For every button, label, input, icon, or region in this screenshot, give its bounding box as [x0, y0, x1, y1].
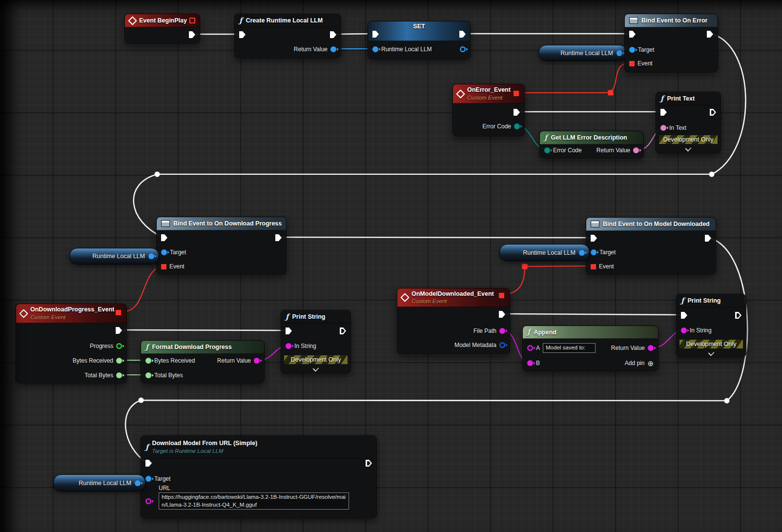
- expand-chevron-icon[interactable]: [708, 350, 715, 356]
- exec-in-pin[interactable]: [660, 109, 667, 116]
- expand-chevron-icon[interactable]: [685, 145, 692, 152]
- target-pin[interactable]: [161, 249, 167, 255]
- node-print-string[interactable]: ƒ Print String In String Development Onl…: [281, 310, 351, 373]
- total-bytes-pin[interactable]: [116, 372, 122, 378]
- variable-out-pin[interactable]: [617, 50, 622, 56]
- node-set-runtime-local-llm[interactable]: SET Runtime Local LLM: [368, 21, 471, 59]
- node-append[interactable]: ƒ Append A Model saved to: Return Value …: [522, 326, 659, 371]
- exec-out-pin[interactable]: [330, 31, 336, 38]
- variable-out-pin[interactable]: [579, 250, 585, 256]
- variable-out-pin[interactable]: [460, 46, 466, 52]
- target-pin[interactable]: [629, 47, 635, 53]
- node-ondownloadprogress-event[interactable]: OnDownloadProgress_Event Custom Event Pr…: [16, 304, 127, 383]
- url-pin[interactable]: [145, 498, 151, 504]
- exec-out-pin[interactable]: [459, 31, 466, 38]
- exec-out-pin[interactable]: [514, 109, 520, 116]
- wire-delegate-onmodel[interactable]: [504, 266, 592, 295]
- wire-exec-ondownload-printstring[interactable]: [121, 330, 287, 330]
- in-string-pin[interactable]: [681, 327, 687, 333]
- exec-reroute-node[interactable]: [709, 172, 715, 177]
- exec-reroute-node[interactable]: [139, 398, 144, 403]
- bytes-received-pin[interactable]: [116, 358, 122, 364]
- event-delegate-pin[interactable]: [591, 264, 596, 269]
- node-event-beginplay[interactable]: Event BeginPlay: [124, 14, 200, 43]
- node-onerror-event[interactable]: OnError_Event Custom Event Error Code: [453, 84, 525, 136]
- in-text-pin[interactable]: [660, 125, 666, 131]
- node-get-llm-error-description[interactable]: ƒ Get LLM Error Description Error Code R…: [539, 131, 644, 158]
- append-a-input[interactable]: Model saved to:: [543, 343, 596, 353]
- delegate-reroute-node[interactable]: [522, 264, 528, 269]
- delegate-out-pin[interactable]: [116, 310, 121, 315]
- error-code-pin[interactable]: [514, 123, 520, 129]
- file-path-pin[interactable]: [499, 328, 505, 334]
- in-string-pin[interactable]: [286, 343, 291, 349]
- bytes-received-pin[interactable]: [145, 358, 151, 364]
- variable-out-pin[interactable]: [148, 253, 154, 259]
- return-value-pin[interactable]: [330, 46, 336, 52]
- variable-getter-runtime-local-llm[interactable]: Runtime Local LLM: [69, 248, 159, 265]
- wire-exec-binddownload-bindmodel[interactable]: [280, 237, 592, 238]
- append-a-pin[interactable]: [527, 345, 533, 351]
- exec-in-pin[interactable]: [239, 31, 246, 38]
- exec-out-pin[interactable]: [340, 327, 346, 334]
- add-pin-button[interactable]: ⊕ Add pin: [625, 359, 654, 368]
- node-bind-event-to-on-error[interactable]: Bind Event to On Error Target Event: [624, 14, 718, 72]
- return-value-pin[interactable]: [254, 358, 260, 364]
- total-bytes-pin[interactable]: [145, 372, 151, 378]
- exec-in-pin[interactable]: [681, 312, 687, 319]
- pin-label: Return Value: [597, 147, 630, 154]
- delegate-reroute-node[interactable]: [608, 90, 614, 96]
- exec-out-pin[interactable]: [366, 460, 372, 467]
- node-bind-event-to-on-download-progress[interactable]: Bind Event to On Download Progress Targe…: [156, 217, 287, 274]
- variable-in-pin[interactable]: [372, 46, 378, 52]
- return-value-pin[interactable]: [633, 147, 639, 153]
- delegate-out-pin[interactable]: [499, 293, 504, 298]
- append-b-pin[interactable]: [527, 360, 533, 366]
- blueprint-graph[interactable]: Event BeginPlay ƒ Create Runtime Local L…: [0, 0, 782, 532]
- node-print-text[interactable]: ƒ Print Text In Text Development Only: [656, 92, 721, 153]
- variable-out-pin[interactable]: [135, 480, 141, 486]
- node-onmodeldownloaded-event[interactable]: OnModelDownloaded_Event Custom Event Fil…: [397, 288, 510, 354]
- delegate-output-icon[interactable]: [189, 18, 195, 23]
- exec-out-pin[interactable]: [189, 31, 195, 38]
- wire-exec-onmodel-printstring[interactable]: [504, 314, 682, 315]
- node-print-string[interactable]: ƒ Print String In String Development Onl…: [676, 294, 746, 357]
- node-create-runtime-local-llm[interactable]: ƒ Create Runtime Local LLM Return Value: [234, 14, 341, 58]
- exec-reroute-node[interactable]: [155, 172, 160, 177]
- node-header: ƒ Print String: [281, 310, 350, 324]
- exec-in-pin[interactable]: [286, 327, 292, 334]
- exec-in-pin[interactable]: [145, 460, 152, 467]
- url-input[interactable]: https://huggingface.co/bartowski/Llama-3…: [159, 492, 349, 510]
- error-code-pin[interactable]: [544, 147, 550, 153]
- progress-pin[interactable]: [116, 343, 122, 349]
- exec-out-pin[interactable]: [707, 31, 713, 38]
- event-delegate-pin[interactable]: [629, 61, 635, 66]
- add-pin-icon[interactable]: ⊕: [647, 360, 654, 367]
- exec-out-pin[interactable]: [275, 234, 282, 241]
- exec-in-pin[interactable]: [161, 234, 167, 241]
- wire-delegate-ondownload[interactable]: [121, 266, 162, 312]
- exec-out-pin[interactable]: [735, 312, 741, 319]
- delegate-out-pin[interactable]: [514, 91, 519, 96]
- exec-out-pin[interactable]: [499, 311, 505, 318]
- exec-in-pin[interactable]: [372, 31, 379, 38]
- return-value-pin[interactable]: [648, 345, 654, 351]
- exec-in-pin[interactable]: [591, 235, 597, 242]
- target-pin[interactable]: [591, 249, 597, 255]
- node-format-download-progress[interactable]: ƒ Format Download Progress Bytes Receive…: [141, 340, 265, 383]
- target-pin[interactable]: [145, 476, 151, 482]
- wire-delegate-onerror[interactable]: [518, 63, 630, 93]
- exec-out-pin[interactable]: [116, 327, 122, 334]
- expand-chevron-icon[interactable]: [313, 366, 319, 372]
- node-download-model-from-url[interactable]: ƒ Download Model From URL (Simple) Targe…: [141, 435, 377, 518]
- event-delegate-pin[interactable]: [161, 264, 166, 269]
- exec-out-pin[interactable]: [710, 109, 716, 116]
- variable-getter-runtime-local-llm[interactable]: Runtime Local LLM: [53, 474, 145, 491]
- exec-in-pin[interactable]: [629, 31, 636, 38]
- model-metadata-pin[interactable]: [499, 342, 505, 348]
- exec-out-pin[interactable]: [705, 235, 711, 242]
- node-bind-event-to-on-model-downloaded[interactable]: Bind Event to On Model Downloaded Target…: [586, 217, 716, 274]
- variable-getter-runtime-local-llm[interactable]: Runtime Local LLM: [499, 244, 590, 261]
- exec-reroute-node[interactable]: [724, 398, 730, 404]
- variable-getter-runtime-local-llm[interactable]: Runtime Local LLM: [538, 45, 627, 61]
